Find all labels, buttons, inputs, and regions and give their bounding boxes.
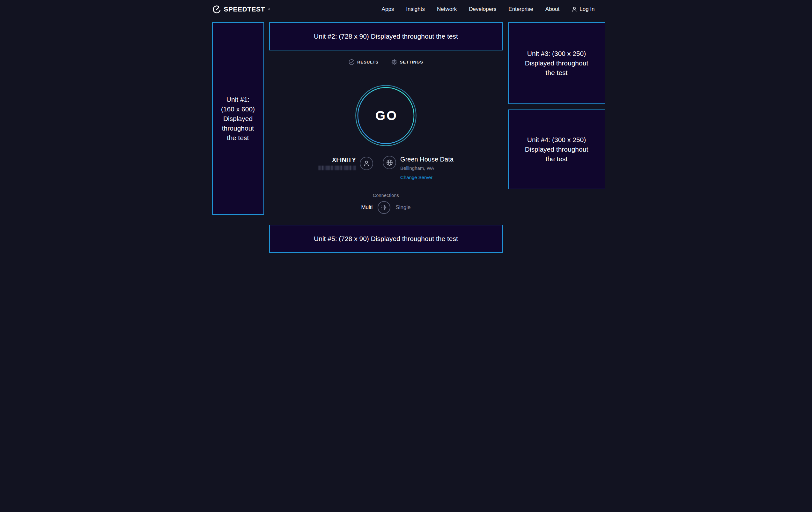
main-nav: Apps Insights Network Developers Enterpr… bbox=[382, 6, 595, 12]
login-label: Log In bbox=[580, 6, 594, 12]
connections-section: Connections Multi bbox=[361, 193, 410, 214]
main-column: Unit #2: (728 x 90) Displayed throughout… bbox=[269, 22, 503, 253]
connections-toggle: Multi bbox=[361, 201, 410, 214]
nav-item-apps[interactable]: Apps bbox=[382, 6, 394, 12]
multi-arrows-icon bbox=[380, 204, 388, 211]
nav-item-network[interactable]: Network bbox=[437, 6, 457, 12]
nav-item-developers[interactable]: Developers bbox=[469, 6, 496, 12]
nav-item-about[interactable]: About bbox=[545, 6, 559, 12]
server-name: Green House Data bbox=[400, 156, 454, 163]
go-button[interactable]: GO bbox=[355, 85, 416, 146]
right-ad-column: Unit #3: (300 x 250) Displayed throughou… bbox=[508, 22, 605, 253]
ad-unit-3[interactable]: Unit #3: (300 x 250) Displayed throughou… bbox=[508, 22, 605, 104]
speedtest-page: SPEEDTEST® Apps Insights Network Develop… bbox=[203, 0, 609, 256]
content-layout: Unit #1: (160 x 600) Displayed throughou… bbox=[203, 19, 609, 253]
tab-results[interactable]: RESULTS bbox=[349, 59, 379, 65]
go-button-label: GO bbox=[355, 85, 416, 146]
ad-unit-1[interactable]: Unit #1: (160 x 600) Displayed throughou… bbox=[212, 22, 264, 215]
server-block: Green House Data Bellingham, WA Change S… bbox=[383, 156, 454, 180]
ad-unit-4[interactable]: Unit #4: (300 x 250) Displayed throughou… bbox=[508, 109, 605, 189]
isp-block: XFINITY bbox=[318, 156, 373, 170]
gear-icon bbox=[391, 59, 397, 65]
ad-unit-2[interactable]: Unit #2: (728 x 90) Displayed throughout… bbox=[269, 22, 503, 50]
tab-results-label: RESULTS bbox=[357, 60, 379, 64]
top-nav-bar: SPEEDTEST® Apps Insights Network Develop… bbox=[203, 0, 609, 19]
tab-settings-label: SETTINGS bbox=[400, 60, 423, 64]
speedtest-logo[interactable]: SPEEDTEST® bbox=[212, 5, 270, 14]
tab-settings[interactable]: SETTINGS bbox=[391, 59, 423, 65]
person-icon bbox=[363, 160, 370, 167]
nav-item-insights[interactable]: Insights bbox=[406, 6, 425, 12]
speedometer-icon bbox=[212, 5, 221, 14]
globe-icon bbox=[386, 159, 393, 166]
logo-wordmark: SPEEDTEST bbox=[224, 5, 265, 13]
isp-name: XFINITY bbox=[332, 156, 356, 163]
tab-bar: RESULTS bbox=[349, 59, 423, 65]
connections-toggle-button[interactable] bbox=[378, 201, 390, 214]
logo-trademark: ® bbox=[268, 8, 270, 11]
connections-multi-option[interactable]: Multi bbox=[361, 204, 373, 211]
change-server-link[interactable]: Change Server bbox=[400, 174, 454, 180]
server-icon-circle[interactable] bbox=[383, 156, 396, 169]
isp-icon-circle[interactable] bbox=[360, 157, 373, 170]
connections-label: Connections bbox=[373, 193, 399, 198]
redacted-ip-blur bbox=[318, 166, 356, 170]
connections-single-option[interactable]: Single bbox=[396, 204, 410, 211]
check-circle-icon bbox=[349, 59, 355, 65]
ad-unit-5[interactable]: Unit #5: (728 x 90) Displayed throughout… bbox=[269, 225, 503, 253]
server-location: Bellingham, WA bbox=[400, 165, 454, 171]
connection-info-row: XFINITY bbox=[318, 156, 454, 180]
nav-item-enterprise[interactable]: Enterprise bbox=[509, 6, 533, 12]
person-icon bbox=[572, 6, 577, 12]
login-button[interactable]: Log In bbox=[572, 6, 594, 12]
